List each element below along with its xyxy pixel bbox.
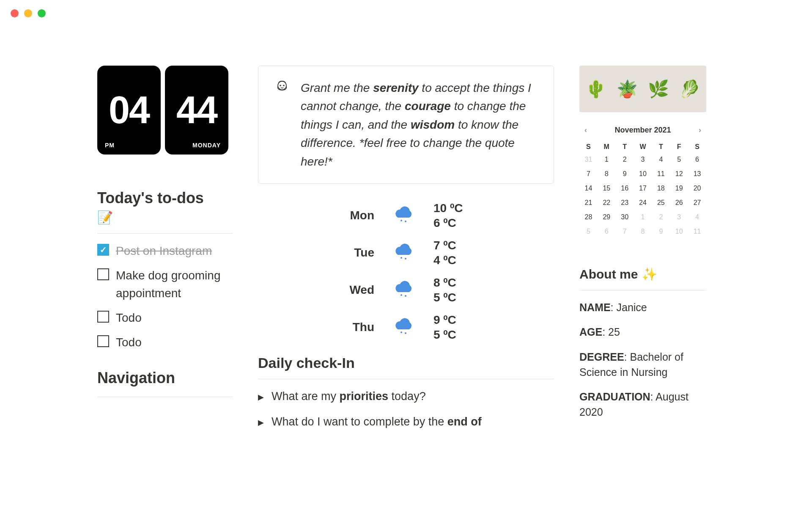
calendar-day[interactable]: 17 bbox=[634, 183, 652, 194]
calendar-dow: S bbox=[579, 143, 598, 151]
svg-point-8 bbox=[405, 295, 406, 297]
svg-point-9 bbox=[401, 331, 402, 333]
calendar-day[interactable]: 11 bbox=[652, 168, 670, 179]
quote-callout[interactable]: Grant me the serenity to accept the thin… bbox=[258, 66, 554, 184]
plant-banner: 🌵 🪴 🌿 🥬 bbox=[579, 66, 706, 112]
calendar-day[interactable]: 10 bbox=[634, 168, 652, 179]
todo-checkbox[interactable] bbox=[97, 311, 109, 323]
plant-icon: 🌵 bbox=[585, 79, 606, 99]
weather-day: Wed bbox=[328, 283, 374, 297]
calendar-day[interactable]: 16 bbox=[616, 183, 634, 194]
clock-minute-tile: 44 MONDAY bbox=[165, 66, 228, 155]
svg-point-10 bbox=[405, 332, 406, 334]
about-graduation: GRADUATION: August 2020 bbox=[579, 389, 706, 420]
weather-temps: 10 ºC6 ºC bbox=[433, 201, 484, 230]
svg-point-6 bbox=[405, 258, 406, 260]
weather-row: Thu9 ºC5 ºC bbox=[258, 312, 554, 342]
calendar-day[interactable]: 1 bbox=[598, 154, 616, 165]
todo-item[interactable]: Post on Instagram bbox=[97, 242, 233, 260]
todo-checkbox[interactable] bbox=[97, 335, 109, 347]
calendar-day[interactable]: 18 bbox=[652, 183, 670, 194]
calendar-day[interactable]: 26 bbox=[670, 197, 688, 208]
fullscreen-window-icon[interactable] bbox=[38, 9, 46, 17]
calendar-day[interactable]: 6 bbox=[688, 154, 706, 165]
calendar-prev-button[interactable]: ‹ bbox=[582, 123, 590, 137]
about-age: AGE: 25 bbox=[579, 324, 706, 340]
calendar-day[interactable]: 10 bbox=[670, 226, 688, 237]
checkin-toggle[interactable]: ▶ What do I want to complete by the end … bbox=[258, 414, 554, 430]
rain-cloud-icon bbox=[387, 242, 421, 263]
calendar-next-button[interactable]: › bbox=[696, 123, 704, 137]
rain-cloud-icon bbox=[387, 317, 421, 337]
weather-row: Wed8 ºC5 ºC bbox=[258, 275, 554, 305]
svg-point-2 bbox=[283, 85, 284, 86]
calendar-day[interactable]: 27 bbox=[688, 197, 706, 208]
todo-text: Todo bbox=[116, 309, 142, 327]
svg-point-4 bbox=[405, 221, 406, 222]
calendar-day[interactable]: 8 bbox=[598, 168, 616, 179]
minimize-window-icon[interactable] bbox=[24, 9, 32, 17]
calendar-day[interactable]: 8 bbox=[634, 226, 652, 237]
calendar-day[interactable]: 6 bbox=[598, 226, 616, 237]
checkin-question: What are my priorities today? bbox=[272, 389, 426, 405]
calendar-day[interactable]: 20 bbox=[688, 183, 706, 194]
calendar-day[interactable]: 5 bbox=[579, 226, 598, 237]
calendar-day[interactable]: 3 bbox=[634, 154, 652, 165]
chevron-right-icon[interactable]: ▶ bbox=[258, 392, 264, 403]
about-degree: DEGREE: Bachelor of Science in Nursing bbox=[579, 349, 706, 380]
calendar-day[interactable]: 25 bbox=[652, 197, 670, 208]
todo-item[interactable]: Make dog grooming appointment bbox=[97, 267, 233, 302]
calendar-day[interactable]: 5 bbox=[670, 154, 688, 165]
weather-day: Tue bbox=[328, 246, 374, 260]
svg-point-3 bbox=[401, 220, 402, 221]
calendar-day[interactable]: 23 bbox=[616, 197, 634, 208]
todo-checkbox[interactable] bbox=[97, 244, 109, 256]
calendar-day[interactable]: 31 bbox=[579, 154, 598, 165]
calendar-day[interactable]: 19 bbox=[670, 183, 688, 194]
chevron-right-icon[interactable]: ▶ bbox=[258, 417, 264, 428]
calendar-day[interactable]: 15 bbox=[598, 183, 616, 194]
quote-text: Grant me the serenity to accept the thin… bbox=[301, 79, 538, 171]
todo-text: Todo bbox=[116, 334, 142, 351]
todo-item[interactable]: Todo bbox=[97, 334, 233, 351]
calendar-dow: F bbox=[670, 143, 688, 151]
calendar-day[interactable]: 4 bbox=[652, 154, 670, 165]
svg-point-5 bbox=[401, 257, 402, 259]
calendar-day[interactable]: 24 bbox=[634, 197, 652, 208]
calendar-day[interactable]: 2 bbox=[652, 212, 670, 223]
calendar-header: ‹ November 2021 › bbox=[579, 123, 706, 137]
calendar-day[interactable]: 2 bbox=[616, 154, 634, 165]
clock-meridiem: PM bbox=[105, 142, 115, 149]
calendar-grid: SMTWTFS311234567891011121314151617181920… bbox=[579, 143, 706, 237]
calendar-day[interactable]: 9 bbox=[616, 168, 634, 179]
weather-row: Tue7 ºC4 ºC bbox=[258, 238, 554, 268]
calendar-day[interactable]: 29 bbox=[598, 212, 616, 223]
calendar-dow: S bbox=[688, 143, 706, 151]
calendar-day[interactable]: 4 bbox=[688, 212, 706, 223]
checkin-question: What do I want to complete by the end of bbox=[272, 414, 482, 430]
calendar-day[interactable]: 7 bbox=[616, 226, 634, 237]
plant-icon: 🥬 bbox=[679, 79, 700, 99]
calendar-day[interactable]: 22 bbox=[598, 197, 616, 208]
close-window-icon[interactable] bbox=[11, 9, 19, 17]
calendar-day[interactable]: 7 bbox=[579, 168, 598, 179]
calendar-day[interactable]: 1 bbox=[634, 212, 652, 223]
calendar-day[interactable]: 28 bbox=[579, 212, 598, 223]
todos-heading: Today's to-dos bbox=[97, 188, 233, 208]
calendar-dow: W bbox=[634, 143, 652, 151]
calendar-day[interactable]: 3 bbox=[670, 212, 688, 223]
calendar-dow: M bbox=[598, 143, 616, 151]
checkin-toggle[interactable]: ▶ What are my priorities today? bbox=[258, 389, 554, 405]
calendar-day[interactable]: 11 bbox=[688, 226, 706, 237]
calendar-day[interactable]: 13 bbox=[688, 168, 706, 179]
calendar-dow: T bbox=[652, 143, 670, 151]
calendar-day[interactable]: 12 bbox=[670, 168, 688, 179]
navigation-heading: Navigation bbox=[97, 368, 233, 388]
calendar-day[interactable]: 9 bbox=[652, 226, 670, 237]
todo-item[interactable]: Todo bbox=[97, 309, 233, 327]
calendar-day[interactable]: 30 bbox=[616, 212, 634, 223]
window-traffic-lights bbox=[11, 9, 46, 17]
todo-checkbox[interactable] bbox=[97, 268, 109, 280]
calendar-day[interactable]: 21 bbox=[579, 197, 598, 208]
calendar-day[interactable]: 14 bbox=[579, 183, 598, 194]
